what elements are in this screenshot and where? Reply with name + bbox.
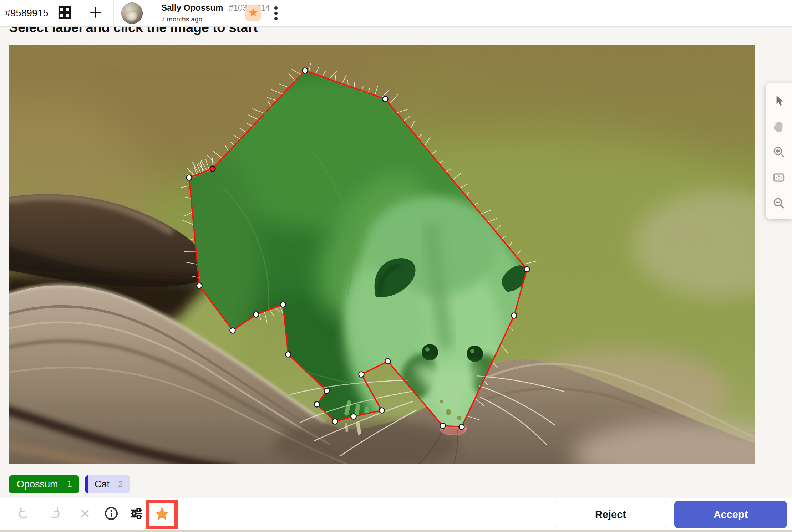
zoom-out-button[interactable] xyxy=(772,198,785,210)
polygon-vertex[interactable] xyxy=(351,414,356,419)
ground-truth-star-button[interactable] xyxy=(245,5,261,21)
polygon-vertex[interactable] xyxy=(359,372,364,377)
accept-button[interactable]: Accept xyxy=(674,501,787,528)
polygon-vertex[interactable] xyxy=(379,408,385,413)
label-selector: Opossum 1 Cat 2 xyxy=(9,475,130,493)
zoom-in-button[interactable] xyxy=(772,146,785,159)
polygon-vertex[interactable] xyxy=(303,68,308,73)
fit-screen-button[interactable] xyxy=(772,172,785,185)
label-opossum[interactable]: Opossum 1 xyxy=(9,475,79,493)
zoom-in-icon xyxy=(773,146,785,159)
pan-tool-button[interactable] xyxy=(772,121,785,133)
polygon-vertex[interactable] xyxy=(385,359,391,364)
polygon-vertex[interactable] xyxy=(230,328,235,333)
label-text: Cat xyxy=(95,479,110,490)
polygon-vertex[interactable] xyxy=(324,388,330,394)
top-bar: #9589915 Sally Opossum #10303414 7 month… xyxy=(0,0,792,27)
star-icon xyxy=(249,8,258,19)
header-divider xyxy=(113,0,114,26)
info-icon xyxy=(104,506,118,522)
polygon-vertex[interactable] xyxy=(524,267,530,272)
polygon-vertex[interactable] xyxy=(286,352,291,357)
opossum-photo[interactable] xyxy=(9,45,755,464)
pointer-icon xyxy=(773,94,785,108)
label-cat[interactable]: Cat 2 xyxy=(85,475,130,493)
undo-button[interactable] xyxy=(17,507,30,522)
more-options-button[interactable] xyxy=(270,5,281,21)
reject-button[interactable]: Reject xyxy=(554,501,667,528)
add-annotation-button[interactable] xyxy=(85,0,106,26)
label-hotkey: 2 xyxy=(118,479,123,489)
label-hotkey: 1 xyxy=(67,479,72,489)
polygon-vertex[interactable] xyxy=(383,97,388,102)
polygon-vertex[interactable] xyxy=(280,302,286,307)
delete-annotation-button[interactable] xyxy=(79,508,91,521)
redo-icon xyxy=(48,507,62,522)
kebab-dot xyxy=(274,17,278,20)
label-text: Opossum xyxy=(17,479,58,490)
zoom-out-icon xyxy=(773,197,785,211)
window-bottom-edge xyxy=(0,530,792,532)
header-divider xyxy=(290,0,290,26)
polygon-vertex[interactable] xyxy=(440,423,446,429)
undo-icon xyxy=(17,507,30,522)
pointer-tool-button[interactable] xyxy=(772,95,785,108)
kebab-dot xyxy=(274,12,278,15)
kebab-dot xyxy=(274,6,278,10)
info-button[interactable] xyxy=(104,506,118,522)
fit-screen-icon xyxy=(772,171,785,185)
annotator-name: Sally Opossum xyxy=(161,3,223,13)
grid-icon xyxy=(58,6,71,21)
settings-sliders-icon xyxy=(130,507,143,522)
delete-icon xyxy=(79,508,91,521)
polygon-vertex[interactable] xyxy=(314,402,320,407)
action-bar: Reject Accept xyxy=(0,498,792,530)
settings-button[interactable] xyxy=(130,507,143,522)
star-icon xyxy=(154,506,170,523)
plus-icon xyxy=(89,6,102,21)
polygon-vertex[interactable] xyxy=(459,424,464,430)
star-button-highlight[interactable] xyxy=(146,500,178,529)
polygon-vertex-active[interactable] xyxy=(210,166,215,172)
annotation-canvas[interactable] xyxy=(9,45,755,464)
polygon-vertex[interactable] xyxy=(332,419,338,424)
avatar[interactable] xyxy=(121,2,143,24)
grid-view-button[interactable] xyxy=(54,0,75,26)
polygon-vertex[interactable] xyxy=(254,312,259,317)
pan-hand-icon xyxy=(773,120,785,134)
redo-button[interactable] xyxy=(48,507,62,522)
zoom-toolbar xyxy=(766,83,792,219)
task-id: #9589915 xyxy=(5,0,49,26)
polygon-vertex[interactable] xyxy=(187,175,192,180)
polygon-vertex[interactable] xyxy=(197,283,202,288)
polygon-vertex[interactable] xyxy=(512,313,517,318)
